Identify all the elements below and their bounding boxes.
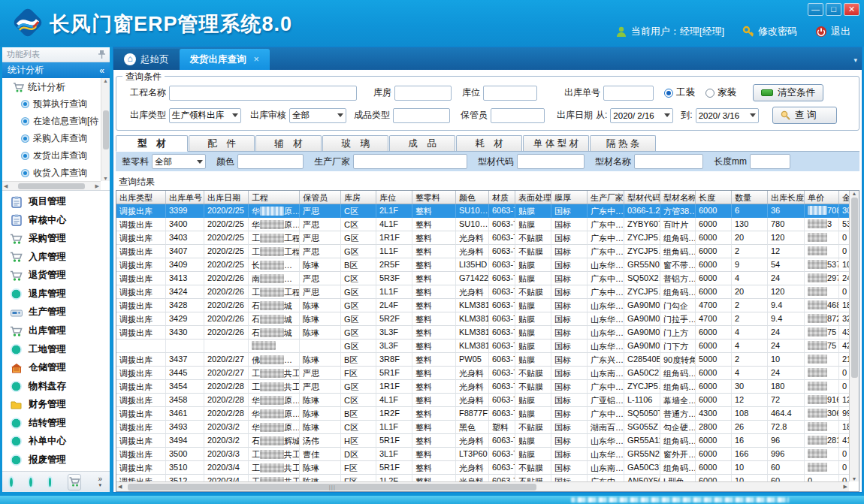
scroll-left-icon[interactable]: ◀ <box>118 484 122 490</box>
tree-item-发货出库查询[interactable]: 发货出库查询 <box>2 147 101 164</box>
module-工地管理[interactable]: 工地管理 <box>2 340 110 358</box>
maximize-button[interactable]: □ <box>826 3 841 16</box>
logout-button[interactable]: 退出 <box>815 25 850 38</box>
tab-home[interactable]: ⌂ 起始页 <box>113 49 180 70</box>
search-button[interactable]: 查 询 <box>772 107 837 124</box>
scroll-right-icon[interactable]: ▶ <box>844 484 847 490</box>
sidebar-more-button[interactable]: » ▾ <box>98 476 102 488</box>
table-vertical-scrollbar[interactable]: ▲ ▼ <box>849 191 859 481</box>
column-header-保管员[interactable]: 保管员 <box>300 191 341 204</box>
column-header-整零料[interactable]: 整零料 <box>412 191 456 204</box>
column-header-出库长度[interactable]: 出库长度 <box>768 191 805 204</box>
table-row[interactable]: 调拨出库35002020/3/3工共工程曹佳D区3L1F整料LT3P606063… <box>116 448 849 461</box>
column-header-长度[interactable]: 长度 <box>696 191 732 204</box>
table-row[interactable]: 调拨出库34132020/2/26南…严思C区5R3F整料G714226063-… <box>116 272 849 285</box>
table-row[interactable]: 调拨出库34452020/2/27工共工程严思F区5R1F整料光身料6063-T… <box>116 367 849 380</box>
table-row[interactable]: 调拨出库34302020/2/26石城陈琳G区3L3F整料KLM38176063… <box>116 326 849 340</box>
out-type-select[interactable]: 生产领料出库 <box>169 108 241 123</box>
module-出库管理[interactable]: 出库管理 <box>2 322 110 340</box>
collapse-icon[interactable]: « <box>99 65 104 76</box>
table-row[interactable]: 调拨出库33992020/2/25华原…严思C区2L1F整料SU10…6063-… <box>116 204 849 218</box>
table-row[interactable]: 调拨出库34372020/2/27佛…陈琳B区3R8F整料PW056063-T5… <box>116 353 849 367</box>
radio-gongzhuang[interactable]: 工装 <box>664 86 695 99</box>
column-header-库位[interactable]: 库位 <box>376 191 412 204</box>
tree-item-在途信息查询待[interactable]: 在途信息查询[待 <box>2 113 101 130</box>
table-row[interactable]: G区3L3F整料KLM38176063-T5贴膜国标山东华…GA90M09…门下… <box>116 340 849 353</box>
module-仓储管理[interactable]: 仓储管理 <box>2 359 110 377</box>
table-row[interactable]: 调拨出库34932020/3/2华原…陈琳C区1L1F整料黑色塑料不贴膜国标湖南… <box>116 421 849 434</box>
module-结转管理[interactable]: 结转管理 <box>2 414 110 432</box>
change-password-button[interactable]: 修改密码 <box>742 25 797 38</box>
table-row[interactable]: 调拨出库34612020/2/28华原…陈琳B区1R2F整料F8877FT606… <box>116 407 849 421</box>
tab-shipment-out-query[interactable]: 发货出库查询 × <box>180 49 270 70</box>
tree-item-采购入库查询[interactable]: 采购入库查询 <box>2 130 101 147</box>
keeper-input[interactable] <box>491 108 545 123</box>
module-退库管理[interactable]: 退库管理 <box>2 285 110 303</box>
out-audit-select[interactable]: 全部 <box>289 108 346 123</box>
sidebar-group-header[interactable]: 统计分析 « <box>2 62 110 78</box>
material-tab-型材[interactable]: 型 材 <box>116 135 188 152</box>
column-header-型材代码[interactable]: 型材代码 <box>624 191 660 204</box>
column-header-数量[interactable]: 数量 <box>732 191 768 204</box>
column-header-膜厚[interactable]: 膜厚 <box>551 191 588 204</box>
material-tab-隔热条[interactable]: 隔 热 条 <box>590 135 656 151</box>
profile-code-input[interactable] <box>517 154 585 169</box>
module-财务管理[interactable]: 财务管理 <box>2 396 110 414</box>
pin-icon[interactable] <box>98 50 105 59</box>
scroll-down-icon[interactable]: ▼ <box>852 476 857 481</box>
table-row[interactable]: 调拨出库34242020/2/26工工程严思G区1L1F整料光身料6063-T5… <box>116 285 849 299</box>
scroll-down-icon[interactable]: ▼ <box>103 176 108 181</box>
table-row[interactable]: 调拨出库35122020/3/4工共工程陈琳F区1L2F整料光身料6063-T5… <box>116 475 849 481</box>
material-tab-玻璃[interactable]: 玻 璃 <box>322 135 388 151</box>
table-row[interactable]: 调拨出库34032020/2/25工工程严思G区1R1F整料光身料6063-T5… <box>116 231 849 245</box>
module-补单中心[interactable]: 补单中心 <box>2 433 110 451</box>
radio-jiazhuang[interactable]: 家装 <box>705 86 736 99</box>
table-horizontal-scrollbar[interactable]: ◀ ||| ▶ <box>116 481 849 491</box>
tab-close-icon[interactable]: × <box>254 54 259 65</box>
scroll-up-icon[interactable]: ▲ <box>103 78 108 83</box>
material-tab-单体型材[interactable]: 单 体 型 材 <box>523 135 589 151</box>
scroll-up-icon[interactable]: ▲ <box>852 191 857 196</box>
column-header-金额[interactable]: 金额 <box>839 191 849 204</box>
table-row[interactable]: 调拨出库34002020/2/25华原…严思C区4L1F整料SU10…6063-… <box>116 218 849 231</box>
tree-root[interactable]: 统计分析 <box>2 78 101 95</box>
table-row[interactable]: 调拨出库34942020/3/2石辉城汤伟H区5R1F整料光身料6063-T5贴… <box>116 434 849 448</box>
clear-conditions-button[interactable]: 清空条件 <box>753 84 823 101</box>
color-input[interactable] <box>237 154 304 169</box>
material-tab-辅材[interactable]: 辅 材 <box>255 135 322 151</box>
tree-horizontal-scrollbar[interactable]: ◀ ▶ <box>2 181 101 190</box>
product-type-input[interactable] <box>393 108 450 123</box>
module-报废管理[interactable]: 报废管理 <box>2 451 110 469</box>
module-dot-icon[interactable] <box>10 478 13 487</box>
module-采购管理[interactable]: 采购管理 <box>2 230 110 248</box>
column-header-出库类型[interactable]: 出库类型 <box>116 191 166 204</box>
tree-vertical-scrollbar[interactable]: ▲ ▼ <box>101 78 110 181</box>
module-dot-icon[interactable] <box>49 478 52 487</box>
material-tab-耗材[interactable]: 耗 材 <box>456 135 522 151</box>
table-row[interactable]: 调拨出库34582020/2/28华原…陈琳C区4L1F整料光身料6063-T5… <box>116 394 849 407</box>
tree-item-预算执行查询[interactable]: 预算执行查询 <box>2 95 101 113</box>
out-order-no-input[interactable] <box>603 86 654 101</box>
module-项目管理[interactable]: 项目管理 <box>2 193 110 211</box>
table-row[interactable]: 调拨出库34282020/2/26石城陈琳G区2L4F整料KLM38176063… <box>116 299 849 312</box>
column-header-表面处理[interactable]: 表面处理 <box>515 191 551 204</box>
table-row[interactable]: 调拨出库34072020/2/25工工程严思G区1L1F整料光身料6063-T5… <box>116 245 849 258</box>
close-button[interactable]: ✕ <box>844 3 859 16</box>
whole-piece-select[interactable]: 全部 <box>152 154 206 169</box>
module-dot-icon[interactable] <box>29 478 32 487</box>
length-input[interactable] <box>750 154 790 169</box>
material-tab-配件[interactable]: 配 件 <box>189 135 255 151</box>
column-header-工程[interactable]: 工程 <box>249 191 300 204</box>
manufacturer-input[interactable] <box>353 154 467 169</box>
module-生产管理[interactable]: 生产管理 <box>2 303 110 321</box>
module-退货管理[interactable]: 退货管理 <box>2 267 110 285</box>
cart-button[interactable] <box>68 474 81 490</box>
table-row[interactable]: 调拨出库34092020/2/25长…陈琳B区2R5F整料LI35HD6063-… <box>116 258 849 272</box>
date-to-select[interactable]: 2020/ 3/16 <box>696 108 759 123</box>
minimize-button[interactable]: — <box>808 3 823 16</box>
column-header-生产厂家[interactable]: 生产厂家 <box>588 191 624 204</box>
column-header-颜色[interactable]: 颜色 <box>456 191 489 204</box>
column-header-型材名称[interactable]: 型材名称 <box>660 191 696 204</box>
warehouse-input[interactable] <box>394 86 452 101</box>
module-物料盘存[interactable]: 物料盘存 <box>2 377 110 395</box>
